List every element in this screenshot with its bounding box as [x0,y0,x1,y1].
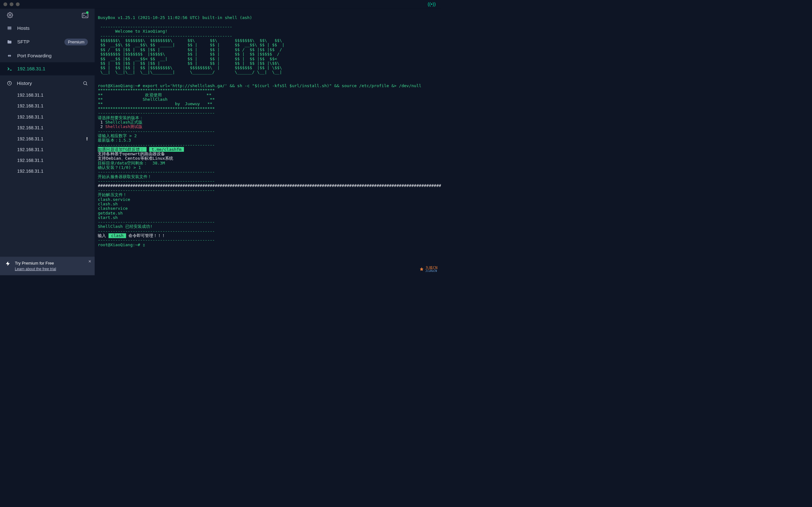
alert-icon: ! [86,136,88,141]
premium-banner: Try Premium for Free Learn about the fre… [0,257,95,275]
new-terminal-icon[interactable] [82,12,88,18]
svg-rect-2 [8,26,11,27]
history-list: 192.168.31.1 192.168.31.1 192.168.31.1 1… [0,90,95,176]
hosts-icon [7,26,12,31]
history-item[interactable]: 192.168.31.1 [0,122,95,133]
close-icon[interactable]: ✕ [88,259,91,264]
watermark: 九狐CN JiuHuCN [419,266,438,273]
history-item[interactable]: 192.168.31.1 [0,166,95,176]
close-window[interactable] [3,3,7,6]
premium-badge: Premium [64,39,88,46]
svg-rect-4 [8,29,11,30]
nav-hosts[interactable]: Hosts [0,21,95,35]
terminal-prompt-icon [7,66,12,71]
maximize-window[interactable] [16,3,20,6]
minimize-window[interactable] [9,3,13,6]
search-icon[interactable] [83,81,88,86]
premium-link[interactable]: Learn about the free trial [15,267,56,271]
svg-point-0 [9,14,11,16]
history-item[interactable]: 192.168.31.1 [0,90,95,101]
history-item[interactable]: 192.168.31.1 [0,155,95,166]
history-item[interactable]: 192.168.31.1 [0,144,95,155]
history-item[interactable]: 192.168.31.1! [0,133,95,144]
folder-icon [7,39,12,44]
broadcast-icon: ((•)) [427,2,436,7]
cursor: ▯ [143,242,145,247]
nav-port-forwarding[interactable]: Port Forwarding [0,49,95,62]
forward-icon [7,53,12,58]
active-session-tab[interactable]: 192.168.31.1 [0,62,95,75]
nav-label: Port Forwarding [17,53,88,58]
clock-icon [7,81,12,86]
history-item[interactable]: 192.168.31.1 [0,112,95,122]
session-label: 192.168.31.1 [17,66,88,72]
terminal-output[interactable]: BusyBox v1.25.1 (2021-10-25 11:02:56 UTC… [95,9,441,275]
history-header[interactable]: History [0,77,95,90]
history-item[interactable]: 192.168.31.1 [0,101,95,112]
traffic-lights [3,3,20,6]
svg-point-6 [84,81,87,84]
sidebar: Hosts SFTP Premium Port Forwarding [0,9,95,275]
svg-rect-1 [82,13,88,18]
history-title: History [17,80,32,86]
nav-label: SFTP [17,39,60,45]
premium-title: Try Premium for Free [15,261,56,266]
svg-rect-3 [8,28,11,29]
bolt-icon [5,261,10,271]
titlebar: ((•)) [0,0,441,9]
nav-sftp[interactable]: SFTP Premium [0,35,95,49]
nav-label: Hosts [17,25,88,31]
settings-icon[interactable] [7,12,13,18]
